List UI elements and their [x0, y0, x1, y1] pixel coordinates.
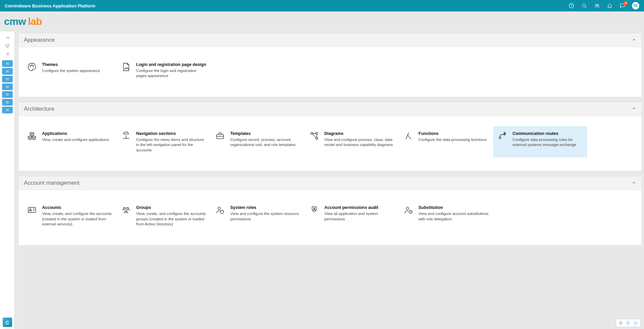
card-desc: View, create, and configure the accounts… [136, 211, 207, 227]
logo-part1: cmw [4, 16, 26, 27]
card-text: Account permissions audit View all appli… [324, 205, 395, 227]
avatar[interactable]: TK [632, 2, 639, 9]
card-text: Diagrams View and configure process, cla… [324, 131, 395, 153]
logo-row: cmwlab [0, 11, 644, 32]
monitor-icon[interactable] [2, 42, 12, 49]
sidebar-item-1[interactable] [2, 60, 13, 67]
svg-point-11 [316, 133, 318, 135]
svg-point-1 [571, 7, 572, 7]
card-title: Navigation sections [136, 131, 207, 137]
card-title: Substitution [418, 205, 489, 211]
section-header-appearance[interactable]: Appearance [18, 33, 642, 47]
card-desc: Configure record, process, account, orga… [230, 137, 301, 148]
sidebar-item-2[interactable] [2, 68, 13, 75]
sidebar-item-3[interactable] [2, 76, 13, 82]
search-icon[interactable] [581, 2, 588, 9]
section-header-account[interactable]: Account management [18, 176, 642, 190]
card-templates[interactable]: Templates Configure record, process, acc… [211, 126, 305, 157]
svg-point-21 [314, 208, 315, 210]
chevron-up-icon [632, 106, 636, 112]
list-settings-icon[interactable] [2, 50, 12, 57]
zoom-in-icon[interactable] [626, 320, 631, 326]
card-login-design[interactable]: Login and registration page design Confi… [117, 57, 211, 83]
card-text: Login and registration page design Confi… [136, 62, 207, 79]
chat-icon[interactable]: 4 [619, 2, 626, 9]
card-text: Navigation sections Configure the menu i… [136, 131, 207, 153]
card-text: Accounts View, create, and configure the… [42, 205, 113, 227]
card-desc: View and configure account substitutions… [418, 211, 489, 222]
card-desc: View and configure the system resource p… [230, 211, 301, 222]
user-badge-icon [309, 205, 320, 216]
card-desc: Configure the data processing functions [418, 137, 489, 143]
section-body-account: Accounts View, create, and configure the… [18, 190, 642, 245]
card-themes[interactable]: Themes Configure the system appearance [23, 57, 117, 83]
svg-point-16 [30, 209, 31, 211]
chat-badge: 4 [623, 1, 628, 5]
sidebar: C [0, 32, 15, 329]
palette-icon [27, 62, 37, 73]
section-body-architecture: Applications View, create and configure … [18, 116, 642, 171]
card-applications[interactable]: Applications View, create and configure … [23, 126, 117, 157]
card-nav-sections[interactable]: Navigation sections Configure the menu i… [117, 126, 211, 157]
people-icon[interactable] [594, 2, 600, 9]
logo: cmwlab [4, 16, 42, 27]
svg-rect-5 [6, 44, 9, 46]
svg-point-3 [596, 4, 597, 6]
route-icon [497, 131, 508, 142]
card-comm-routes[interactable]: Communication routes Configure data proc… [493, 126, 587, 157]
card-title: Account permissions audit [324, 205, 395, 211]
card-desc: View, create, and configure the accounts… [42, 211, 113, 227]
help-icon[interactable] [568, 2, 575, 9]
card-desc: View and configure process, class, data … [324, 137, 395, 148]
card-title: Login and registration page design [136, 62, 207, 68]
bell-icon[interactable] [606, 2, 613, 9]
sidebar-item-5[interactable] [2, 91, 13, 98]
briefcase-icon [215, 131, 226, 142]
svg-point-19 [125, 210, 127, 212]
section-architecture: Architecture Applications View, create a… [18, 102, 642, 171]
section-header-architecture[interactable]: Architecture [18, 102, 642, 116]
card-text: Groups View, create, and configure the a… [136, 205, 207, 227]
card-groups[interactable]: Groups View, create, and configure the a… [117, 200, 211, 231]
card-text: Substitution View and configure account … [418, 205, 489, 227]
card-desc: View all application and system permissi… [324, 211, 395, 222]
card-text: System roles View and configure the syst… [230, 205, 301, 227]
card-title: Applications [42, 131, 113, 137]
card-perm-audit[interactable]: Account permissions audit View all appli… [305, 200, 399, 231]
svg-point-6 [30, 66, 31, 66]
card-substitution[interactable]: Substitution View and configure account … [399, 200, 493, 231]
sidebar-product-icon[interactable]: C [3, 318, 12, 327]
card-system-roles[interactable]: System roles View and configure the syst… [211, 200, 305, 231]
svg-rect-15 [28, 208, 36, 213]
card-text: Templates Configure record, process, acc… [230, 131, 301, 153]
svg-point-4 [597, 4, 599, 6]
card-title: Diagrams [324, 131, 395, 137]
card-accounts[interactable]: Accounts View, create, and configure the… [23, 200, 117, 231]
sidebar-blue-stack [2, 60, 13, 113]
expand-sidebar-icon[interactable] [2, 34, 12, 41]
sidebar-item-6[interactable] [2, 99, 13, 106]
card-desc: Configure the menu items and structure i… [136, 137, 207, 153]
svg-point-20 [218, 207, 220, 210]
section-title: Architecture [24, 106, 632, 112]
group-icon [121, 205, 131, 216]
section-appearance: Appearance Themes Configure the system a… [18, 33, 642, 97]
svg-rect-9 [217, 134, 224, 139]
section-body-appearance: Themes Configure the system appearance L… [18, 47, 642, 97]
card-functions[interactable]: Functions Configure the data processing … [399, 126, 493, 157]
section-account-management: Account management Accounts View, create… [18, 176, 642, 245]
section-title: Appearance [24, 37, 632, 43]
sidebar-item-4[interactable] [2, 83, 13, 90]
card-title: Communication routes [513, 131, 583, 137]
cubes-icon [27, 131, 37, 142]
card-desc: Configure the system appearance [42, 68, 113, 74]
zoom-out-icon[interactable] [633, 320, 638, 326]
card-diagrams[interactable]: Diagrams View and configure process, cla… [305, 126, 399, 157]
card-title: System roles [230, 205, 301, 211]
card-text: Applications View, create and configure … [42, 131, 113, 153]
sidebar-item-7[interactable] [2, 107, 13, 113]
chevron-up-icon [632, 37, 636, 43]
zoom-fit-icon[interactable] [618, 320, 623, 326]
chevron-up-icon [632, 180, 636, 186]
card-desc: View, create and configure applications [42, 137, 113, 143]
